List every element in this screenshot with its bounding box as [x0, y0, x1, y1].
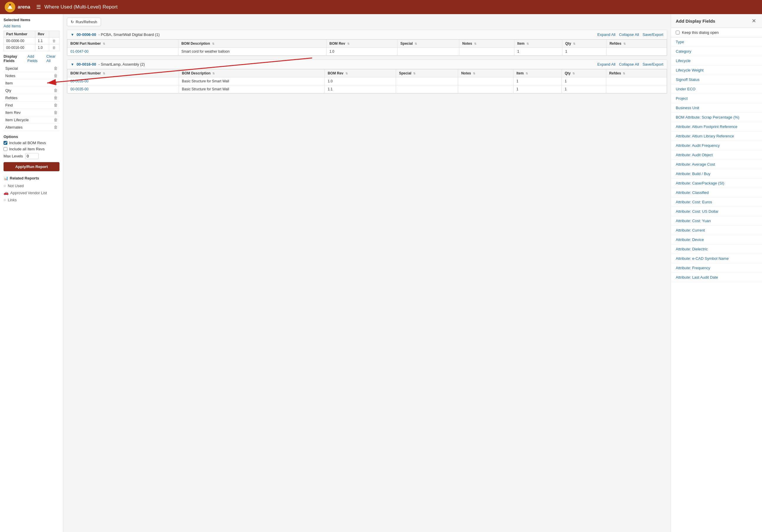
add-field-option[interactable]: Attribute: Cost: Euros: [671, 197, 762, 207]
column-header[interactable]: BOM Part Number ⇅: [67, 69, 179, 77]
column-header[interactable]: BOM Rev ⇅: [325, 69, 396, 77]
collapse-toggle[interactable]: ▼: [71, 33, 74, 37]
add-field-option[interactable]: Attribute: Cost: Yuan: [671, 216, 762, 226]
section-header: ▼ 00-0006-00 - PCBA, SmartWall Digital B…: [67, 30, 667, 39]
notes-cell: [459, 48, 514, 56]
save-export-link[interactable]: Save/Export: [643, 62, 663, 66]
bom-part-number-cell[interactable]: 01-0047-00: [67, 48, 179, 56]
part-number-link[interactable]: 01-0047-00: [70, 49, 88, 53]
add-field-option[interactable]: Attribute: Current: [671, 226, 762, 235]
add-field-option[interactable]: Signoff Status: [671, 75, 762, 85]
add-field-option[interactable]: Attribute: Audit Object: [671, 150, 762, 160]
add-field-option[interactable]: Lifecycle: [671, 56, 762, 66]
add-fields-link[interactable]: Add Fields: [28, 54, 44, 63]
bom-table: BOM Part Number ⇅BOM Description ⇅BOM Re…: [67, 39, 667, 56]
column-header[interactable]: Item ⇅: [514, 40, 562, 48]
related-reports-list: ○Not Used🚗Approved Vendor List○Links: [4, 182, 59, 203]
add-field-option[interactable]: Attribute: Build / Buy: [671, 169, 762, 179]
include-item-revs-row[interactable]: Include all Item Revs: [4, 147, 59, 151]
section-part-number[interactable]: 00-0016-00: [77, 62, 96, 66]
column-header[interactable]: Item ⇅: [513, 69, 562, 77]
delete-part-icon[interactable]: 🗑: [49, 44, 59, 51]
field-label: Notes: [5, 74, 15, 78]
parts-table: Part Number Rev 00-0006-001.1🗑00-0016-00…: [4, 31, 59, 51]
column-header[interactable]: Qty ⇅: [562, 40, 606, 48]
sidebar-field-item: Alternates🗑: [4, 124, 59, 131]
column-header[interactable]: BOM Description ⇅: [179, 69, 325, 77]
bom-part-number-cell[interactable]: 00-0035-00: [67, 85, 179, 93]
hamburger-icon[interactable]: ☰: [36, 4, 41, 10]
add-field-option[interactable]: Under ECO: [671, 85, 762, 94]
collapse-all-link[interactable]: Collapse All: [619, 62, 639, 66]
column-header[interactable]: Special ⇅: [397, 40, 459, 48]
remove-field-icon[interactable]: 🗑: [53, 88, 58, 93]
part-number-link[interactable]: 00-0035-00: [70, 79, 88, 83]
collapse-all-link[interactable]: Collapse All: [619, 33, 639, 37]
include-bom-revs-checkbox[interactable]: [4, 141, 7, 145]
remove-field-icon[interactable]: 🗑: [53, 117, 58, 122]
expand-all-link[interactable]: Expand All: [597, 33, 615, 37]
qty-cell: 1: [562, 48, 606, 56]
column-header[interactable]: Qty ⇅: [562, 69, 606, 77]
add-field-option[interactable]: Attribute: Last Audit Date: [671, 273, 762, 282]
section-part-number[interactable]: 00-0006-00: [77, 33, 96, 37]
column-header[interactable]: BOM Part Number ⇅: [67, 40, 179, 48]
add-items-link[interactable]: Add Items: [4, 24, 59, 28]
bom-table: BOM Part Number ⇅BOM Description ⇅BOM Re…: [67, 69, 667, 93]
remove-field-icon[interactable]: 🗑: [53, 110, 58, 115]
include-bom-revs-row[interactable]: Include all BOM Revs: [4, 141, 59, 145]
remove-field-icon[interactable]: 🗑: [53, 125, 58, 129]
add-field-option[interactable]: Type: [671, 37, 762, 47]
remove-field-icon[interactable]: 🗑: [53, 66, 58, 71]
expand-all-link[interactable]: Expand All: [597, 62, 615, 66]
part-number-link[interactable]: 00-0035-00: [70, 87, 88, 91]
close-panel-button[interactable]: ✕: [750, 18, 757, 24]
run-refresh-button[interactable]: ↻ Run/Refresh: [67, 18, 101, 26]
add-field-option[interactable]: Attribute: Frequency: [671, 263, 762, 273]
add-field-option[interactable]: Attribute: Altium Library Reference: [671, 132, 762, 141]
add-field-option[interactable]: Category: [671, 47, 762, 56]
add-field-option[interactable]: Attribute: Case/Package (SI): [671, 179, 762, 188]
add-field-option[interactable]: BOM Attribute: Scrap Percentage (%): [671, 113, 762, 122]
related-report-item[interactable]: ○Not Used: [4, 182, 59, 189]
include-item-revs-checkbox[interactable]: [4, 147, 7, 151]
special-cell: [396, 77, 458, 85]
keep-open-checkbox[interactable]: [676, 31, 680, 34]
add-field-option[interactable]: Attribute: Audit Frequency: [671, 141, 762, 150]
related-report-item[interactable]: 🚗Approved Vendor List: [4, 189, 59, 196]
add-field-option[interactable]: Attribute: Device: [671, 235, 762, 244]
add-field-option[interactable]: Attribute: Cost: US Dollar: [671, 207, 762, 216]
section-actions: Expand All Collapse All Save/Export: [597, 62, 663, 66]
add-field-option[interactable]: Attribute: e-CAD Symbol Name: [671, 254, 762, 263]
column-header[interactable]: Notes ⇅: [459, 40, 514, 48]
collapse-toggle[interactable]: ▼: [71, 62, 74, 66]
max-levels-input[interactable]: [25, 153, 38, 159]
add-field-option[interactable]: Attribute: Altium Footprint Reference: [671, 122, 762, 132]
column-header[interactable]: Notes ⇅: [458, 69, 513, 77]
column-header[interactable]: Refdes ⇅: [607, 40, 667, 48]
apply-run-button[interactable]: Apply/Run Report: [4, 162, 59, 171]
save-export-link[interactable]: Save/Export: [643, 33, 663, 37]
add-field-option[interactable]: Project: [671, 94, 762, 103]
column-header[interactable]: Special ⇅: [396, 69, 458, 77]
sidebar-field-item: Item🗑: [4, 80, 59, 87]
add-field-option[interactable]: Lifecycle Weight: [671, 66, 762, 75]
left-sidebar: Selected Items Add Items Part Number Rev…: [0, 14, 63, 532]
delete-part-icon[interactable]: 🗑: [49, 38, 59, 44]
related-report-item[interactable]: ○Links: [4, 196, 59, 203]
column-header[interactable]: BOM Description ⇅: [178, 40, 326, 48]
remove-field-icon[interactable]: 🗑: [53, 73, 58, 78]
remove-field-icon[interactable]: 🗑: [53, 103, 58, 107]
selected-items-title: Selected Items: [4, 18, 59, 22]
add-field-option[interactable]: Attribute: Average Cost: [671, 160, 762, 169]
bom-part-number-cell[interactable]: 00-0035-00: [67, 77, 179, 85]
add-field-option[interactable]: Attribute: Dielectric: [671, 244, 762, 254]
column-header[interactable]: Refdes ⇅: [606, 69, 667, 77]
remove-field-icon[interactable]: 🗑: [53, 95, 58, 100]
add-field-option[interactable]: Attribute: Classified: [671, 188, 762, 197]
add-field-option[interactable]: Business Unit: [671, 103, 762, 113]
clear-all-link[interactable]: Clear All: [46, 54, 59, 63]
field-label: Special: [5, 66, 18, 71]
column-header[interactable]: BOM Rev ⇅: [326, 40, 397, 48]
remove-field-icon[interactable]: 🗑: [53, 81, 58, 85]
